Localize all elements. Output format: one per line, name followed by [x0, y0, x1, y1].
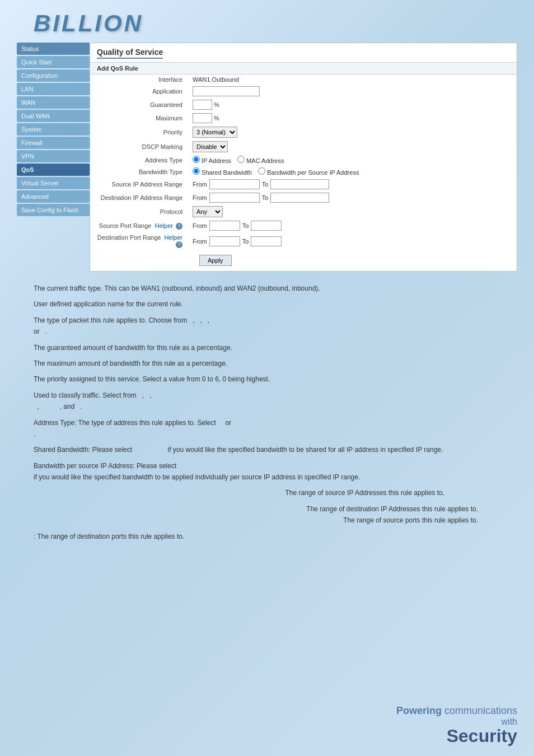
protocol-label: Protocol — [90, 204, 188, 219]
sidebar-item-advanced[interactable]: Advanced — [17, 190, 90, 203]
maximum-input[interactable]: 100 — [193, 113, 212, 123]
sidebar-item-configuration[interactable]: Configuration — [17, 69, 90, 82]
sidebar-item-saveconfig[interactable]: Save Config to Flash — [17, 204, 90, 216]
bw-per-source-label[interactable]: Bandwidth per Source IP Address — [258, 169, 359, 176]
bw-shared-radio[interactable] — [193, 167, 200, 175]
guaranteed-desc: The guaranteed amount of bandwidth for t… — [34, 342, 512, 353]
address-type-ip-text: IP Address — [202, 157, 231, 164]
interface-desc: The current traffic type. This can be WA… — [34, 283, 512, 294]
bw-per-source-text: Bandwidth per Source IP Address — [267, 169, 359, 176]
dscp-select[interactable]: Disable AF11 AF12 EF — [193, 141, 228, 152]
src-port-label: Source Port Range Helper ? — [90, 219, 188, 232]
guaranteed-label: Guaranteed — [90, 98, 188, 111]
application-desc: User defined application name for the cu… — [34, 298, 512, 310]
table-row: Maximum 100 % — [90, 111, 517, 125]
src-port-to-input[interactable]: 65535 — [251, 221, 282, 231]
maximum-unit: % — [214, 115, 219, 122]
sidebar-item-qos[interactable]: QoS — [17, 164, 90, 176]
table-row: DSCP Marking Disable AF11 AF12 EF — [90, 139, 517, 154]
address-type-mac-radio[interactable] — [237, 156, 245, 163]
guaranteed-input[interactable]: 1 — [193, 100, 212, 110]
main-container: Status Quick Start Configuration LAN WAN… — [17, 43, 517, 272]
sidebar-item-wan[interactable]: WAN — [17, 96, 90, 109]
src-ip-from-input[interactable]: 0.0.0.0 — [209, 179, 260, 189]
priority-desc: The priority assigned to this service. S… — [34, 374, 512, 385]
apply-button[interactable]: Apply — [199, 255, 232, 266]
dscp-label: DSCP Marking — [90, 139, 188, 154]
dst-ip-to-input[interactable]: 255.255.255.255 — [270, 193, 329, 203]
src-port-helper-icon[interactable]: ? — [176, 223, 182, 230]
src-ip-range-group: From 0.0.0.0 To 255.255.255.255 — [193, 179, 512, 189]
dscp-desc: Used to classify traffic. Select from , … — [34, 390, 512, 413]
application-input[interactable] — [193, 86, 260, 96]
table-row: Address Type IP Address MAC Address — [90, 154, 517, 166]
dst-port-to-input[interactable]: 65535 — [251, 236, 282, 246]
sidebar-item-virtualserver[interactable]: Virtual Server — [17, 177, 90, 189]
dst-port-range-group: From To 65535 — [193, 236, 512, 246]
bw-per-src-desc: Bandwidth per source IP Address: Please … — [34, 460, 512, 483]
logo-area: BILLION — [0, 0, 534, 43]
sidebar-item-vpn[interactable]: VPN — [17, 150, 90, 162]
src-ip-to-label: To — [262, 181, 269, 188]
src-port-from-input[interactable] — [209, 221, 240, 231]
dst-port-from-input[interactable] — [209, 236, 240, 246]
bw-shared-label[interactable]: Shared Bandwidth — [193, 169, 254, 176]
src-port-helper-link[interactable]: Helper — [155, 222, 173, 229]
sidebar-item-lan[interactable]: LAN — [17, 83, 90, 95]
table-row: Application — [90, 85, 517, 98]
interface-label: Interface — [90, 74, 188, 85]
bw-shared-text: Shared Bandwidth — [202, 169, 252, 176]
table-row: Destination IP Address Range From 0.0.0.… — [90, 191, 517, 204]
src-port-from-label: From — [193, 222, 207, 229]
description-area: The current traffic type. This can be WA… — [0, 272, 534, 558]
dst-ip-from-input[interactable]: 0.0.0.0 — [209, 193, 260, 203]
table-row: Protocol Any TCP UDP ICMP — [90, 204, 517, 219]
dst-ip-label: Destination IP Address Range — [90, 191, 188, 204]
address-type-desc: Address Type: The type of address this r… — [34, 417, 512, 440]
table-row: Source Port Range Helper ? From To 65535 — [90, 219, 517, 232]
address-type-mac-label[interactable]: MAC Address — [237, 157, 284, 164]
dst-port-to-label: To — [242, 238, 249, 245]
protocol-select[interactable]: Any TCP UDP ICMP — [193, 206, 223, 217]
sidebar-item-firewall[interactable]: Firewall — [17, 137, 90, 149]
src-ip-to-input[interactable]: 255.255.255.255 — [270, 179, 329, 189]
sidebar-item-quickstart[interactable]: Quick Start — [17, 56, 90, 68]
src-port-to-label: To — [242, 222, 249, 229]
dst-port-helper-icon[interactable]: ? — [176, 241, 182, 248]
form-table: Interface WAN1 Outbound Application Guar… — [90, 74, 517, 271]
dst-ip-range-group: From 0.0.0.0 To 255.255.255.255 — [193, 193, 512, 203]
add-qos-subtitle: Add QoS Rule — [90, 63, 517, 74]
address-type-label: Address Type — [90, 154, 188, 166]
sidebar-item-system[interactable]: System — [17, 123, 90, 136]
address-type-ip-label[interactable]: IP Address — [193, 157, 233, 164]
dst-port-helper-link[interactable]: Helper — [165, 234, 182, 241]
logo: BILLION — [34, 10, 143, 36]
footer-with-security: with Security — [396, 717, 517, 745]
sidebar: Status Quick Start Configuration LAN WAN… — [17, 43, 90, 272]
maximum-desc: The maximum amount of bandwidth for this… — [34, 358, 512, 369]
table-row: Priority 3 (Normal) 0 (Highest) 1 2 4 5 … — [90, 125, 517, 139]
address-type-mac-text: MAC Address — [246, 157, 284, 164]
priority-label: Priority — [90, 125, 188, 139]
dst-ip-range-desc: The range of destination IP Addresses th… — [34, 503, 512, 526]
bw-per-source-radio[interactable] — [258, 167, 265, 175]
address-type-ip-radio[interactable] — [193, 156, 200, 163]
table-row: Destination Port Range Helper ? From To … — [90, 232, 517, 250]
table-row: Source IP Address Range From 0.0.0.0 To … — [90, 178, 517, 191]
src-ip-range-desc: The range of source IP Addresses this ru… — [34, 487, 512, 498]
dst-port-label: Destination Port Range Helper ? — [90, 232, 188, 250]
sidebar-item-dualwan[interactable]: Dual WAN — [17, 110, 90, 122]
table-row: Apply — [90, 250, 517, 271]
table-row: Bandwidth Type Shared Bandwidth Bandwidt… — [90, 166, 517, 178]
application-label: Application — [90, 85, 188, 98]
interface-value: WAN1 Outbound — [188, 74, 517, 85]
priority-select[interactable]: 3 (Normal) 0 (Highest) 1 2 4 5 6 (Lowest… — [193, 127, 237, 138]
guaranteed-unit: % — [214, 101, 219, 108]
page-title: Quality of Service — [97, 48, 163, 59]
table-row: Guaranteed 1 % — [90, 98, 517, 111]
packet-type-desc: The type of packet this rule applies to.… — [34, 315, 512, 338]
src-ip-from-label: From — [193, 181, 207, 188]
sidebar-item-status[interactable]: Status — [17, 43, 90, 55]
dst-ip-from-label: From — [193, 194, 207, 201]
footer-brand: Powering communications with Security — [396, 705, 517, 745]
